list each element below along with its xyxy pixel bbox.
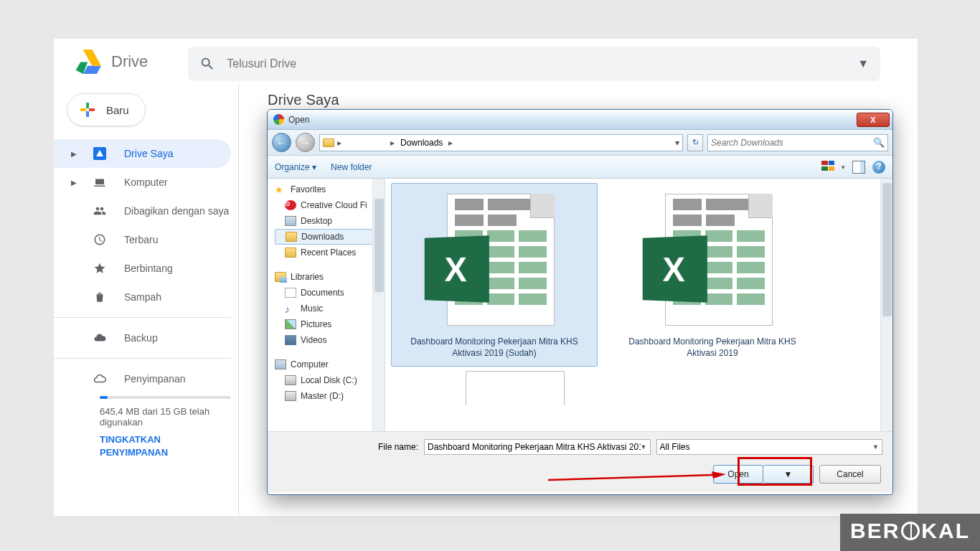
dialog-toolbar: Organize ▾ New folder ▾ ?: [268, 156, 892, 179]
upgrade-storage-link[interactable]: TINGKATKAN PENYIMPANAN: [100, 433, 231, 458]
filename-label: File name:: [278, 442, 418, 452]
folder-search[interactable]: 🔍: [707, 134, 888, 151]
music-icon: ♪: [285, 303, 296, 314]
filename-input[interactable]: [428, 442, 641, 452]
nav-drive-saya[interactable]: ▶ Drive Saya: [54, 139, 231, 168]
chrome-icon: [273, 114, 284, 125]
organize-menu[interactable]: Organize ▾: [275, 162, 316, 172]
tree-documents[interactable]: Documents: [275, 285, 385, 301]
chevron-right-icon: ▸: [390, 138, 395, 148]
trash-icon: [93, 291, 106, 303]
drive-icon: [74, 50, 101, 74]
creative-cloud-icon: ⊙: [285, 200, 296, 210]
tree-master-d[interactable]: Master (D:): [275, 388, 385, 404]
excel-icon: X: [423, 188, 566, 331]
tree-computer[interactable]: Computer: [275, 357, 385, 372]
watermark: BERKAL: [840, 514, 980, 551]
filename-combo[interactable]: ▼: [424, 439, 651, 455]
tree-pictures[interactable]: Pictures: [275, 316, 385, 332]
videos-icon: [285, 335, 296, 345]
new-folder-button[interactable]: New folder: [331, 162, 372, 172]
folder-icon: [323, 138, 334, 147]
dialog-body: ★Favorites ⊙Creative Cloud Fi Desktop Do…: [268, 179, 892, 431]
libraries-icon: [275, 272, 286, 282]
view-mode-dropdown[interactable]: ▾: [842, 164, 845, 171]
file-item-1[interactable]: X Dashboard Monitoring Pekerjaan Mitra K…: [391, 183, 598, 367]
clock-icon: [93, 233, 106, 246]
search-icon: 🔍: [873, 137, 885, 148]
cloud-outline-icon: [93, 372, 106, 385]
open-dialog: Open X ← → ▸ ▸ Downloads ▸ ▾ ↻ 🔍 Organiz…: [267, 109, 893, 495]
computer-icon: [93, 176, 106, 189]
file-icon: [285, 288, 296, 298]
scrollbar[interactable]: [880, 179, 892, 431]
file-label: Dashboard Monitoring Pekerjaan Mitra KHS…: [396, 336, 593, 359]
dialog-titlebar[interactable]: Open X: [268, 110, 892, 130]
svg-marker-1: [712, 471, 726, 479]
shared-icon: [93, 204, 106, 217]
drive-icon: [285, 391, 296, 401]
address-bar[interactable]: ▸ ▸ Downloads ▸ ▾: [319, 134, 683, 151]
preview-pane-icon[interactable]: [852, 161, 865, 174]
tree-libraries[interactable]: Libraries: [275, 269, 385, 285]
chevron-right-icon: ▸: [337, 138, 341, 148]
tree-music[interactable]: ♪Music: [275, 301, 385, 316]
search-bar[interactable]: ▼: [188, 47, 880, 81]
scrollbar[interactable]: [372, 179, 385, 431]
nav-starred[interactable]: Berbintang: [54, 254, 238, 283]
nav-komputer[interactable]: ▶ Komputer: [54, 168, 238, 197]
tree-downloads[interactable]: Downloads: [275, 229, 382, 245]
nav-list: ▶ Drive Saya ▶ Komputer Dibagikan dengan…: [54, 139, 238, 311]
folder-search-input[interactable]: [711, 138, 873, 148]
tree-desktop[interactable]: Desktop: [275, 213, 385, 229]
file-list[interactable]: X Dashboard Monitoring Pekerjaan Mitra K…: [385, 179, 892, 431]
nav-backup[interactable]: Backup: [54, 324, 238, 352]
filetype-combo[interactable]: All Files ▼: [656, 439, 883, 455]
dropdown-icon[interactable]: ▼: [641, 443, 647, 451]
view-mode-icon[interactable]: [821, 161, 834, 174]
breadcrumb-downloads[interactable]: Downloads: [397, 138, 446, 148]
filetype-value: All Files: [660, 442, 873, 452]
nav-recent[interactable]: Terbaru: [54, 225, 238, 254]
tree-recent-places[interactable]: Recent Places: [275, 245, 385, 260]
folder-icon: [286, 232, 297, 242]
address-bar-row: ← → ▸ ▸ Downloads ▸ ▾ ↻ 🔍: [268, 130, 892, 156]
search-options-icon[interactable]: ▼: [857, 57, 869, 70]
back-button[interactable]: ←: [272, 133, 291, 152]
folder-tree[interactable]: ★Favorites ⊙Creative Cloud Fi Desktop Do…: [268, 179, 385, 431]
dropdown-icon[interactable]: ▾: [675, 138, 679, 148]
chevron-icon: ▶: [71, 179, 75, 187]
tree-videos[interactable]: Videos: [275, 332, 385, 348]
plus-icon: [79, 101, 96, 118]
sidebar: Baru ▶ Drive Saya ▶ Komputer Dibagikan d…: [54, 85, 239, 516]
storage-usage: 645,4 MB dari 15 GB telah digunakan: [100, 406, 231, 428]
cancel-button[interactable]: Cancel: [819, 465, 881, 484]
file-item-2[interactable]: X Dashboard Monitoring Pekerjaan Mitra K…: [609, 183, 816, 367]
my-drive-icon: [93, 147, 106, 160]
tree-creative-cloud[interactable]: ⊙Creative Cloud Fi: [275, 197, 385, 213]
excel-icon: X: [641, 188, 784, 331]
pictures-icon: [285, 319, 296, 329]
forward-button[interactable]: →: [296, 133, 315, 152]
close-button[interactable]: X: [857, 113, 890, 127]
nav-trash[interactable]: Sampah: [54, 283, 238, 311]
annotation-highlight: [738, 457, 812, 486]
search-input[interactable]: [227, 57, 852, 70]
nav-storage[interactable]: Penyimpanan: [54, 364, 238, 393]
header: Drive ▼: [54, 39, 918, 85]
nav-shared[interactable]: Dibagikan dengan saya: [54, 197, 238, 225]
breadcrumb[interactable]: Drive Saya: [268, 92, 903, 108]
drive-logo: Drive: [74, 50, 148, 74]
tree-favorites[interactable]: ★Favorites: [275, 182, 385, 197]
desktop-icon: [285, 216, 296, 226]
tree-local-disk-c[interactable]: Local Disk (C:): [275, 372, 385, 388]
star-icon: ★: [275, 184, 286, 194]
app-name: Drive: [111, 52, 148, 71]
brain-icon: [901, 522, 920, 540]
help-icon[interactable]: ?: [872, 161, 885, 174]
refresh-button[interactable]: ↻: [687, 134, 703, 151]
dropdown-icon[interactable]: ▼: [872, 443, 879, 451]
file-item-partial[interactable]: [458, 371, 573, 405]
new-button[interactable]: Baru: [67, 93, 146, 126]
chevron-right-icon: ▸: [448, 138, 453, 148]
